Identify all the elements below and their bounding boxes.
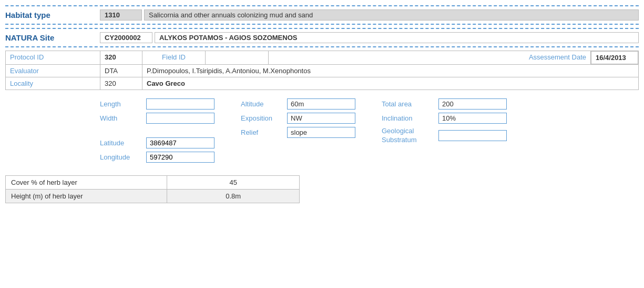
latitude-label: Latitude: [100, 139, 142, 147]
natura-name: ALYKOS POTAMOS - AGIOS SOZOMENOS: [155, 32, 639, 43]
meas-group-left: Length Width Latitude Longitude: [100, 98, 214, 163]
geological-label: GeologicalSubstratum: [382, 127, 434, 145]
evaluator-names: P.Dimopoulos, I.Tsiripidis, A.Antoniou, …: [142, 65, 638, 77]
relief-value: slope: [287, 127, 355, 138]
exposition-label: Exposition: [241, 114, 283, 122]
protocol-label: Protocol ID: [6, 51, 100, 64]
herb-layer-value: 45: [167, 176, 300, 190]
herb-layer-value: 0.8m: [167, 190, 300, 203]
latitude-row: Latitude: [100, 137, 214, 148]
locality-name: Cavo Greco: [142, 77, 638, 90]
table-row: Cover % of herb layer45: [6, 176, 300, 190]
meas-group-middle: Altitude 60m Exposition NW Relief slope: [241, 98, 355, 163]
inclination-value: 10%: [438, 113, 507, 124]
width-row: Width: [100, 113, 214, 124]
field-id-label: Field ID: [142, 51, 206, 64]
locality-row: Locality 320 Cavo Greco: [5, 77, 639, 90]
longitude-row: Longitude: [100, 152, 214, 163]
locality-label: Locality: [6, 77, 100, 90]
length-input[interactable]: [146, 98, 214, 110]
width-input[interactable]: [146, 113, 214, 124]
assessment-date-label: Assessement Date: [269, 51, 591, 64]
meas-group-right: Total area 200 Inclination 10% Geologica…: [382, 98, 507, 163]
geological-row: GeologicalSubstratum: [382, 127, 507, 145]
habitat-type-row: Habitat type 1310 Salicornia and other a…: [5, 5, 639, 25]
relief-label: Relief: [241, 128, 283, 136]
measurements-section: Length Width Latitude Longitude Altitude…: [100, 98, 639, 163]
protocol-id-value: 320: [100, 51, 142, 64]
assessment-date-value: 16/4/2013: [591, 51, 638, 64]
evaluator-row: Evaluator DTA P.Dimopoulos, I.Tsiripidis…: [5, 64, 639, 77]
relief-row: Relief slope: [241, 127, 355, 138]
bottom-table: Cover % of herb layer45Height (m) of her…: [5, 175, 300, 203]
altitude-value: 60m: [287, 98, 355, 110]
info-section: Protocol ID 320 Field ID Assessement Dat…: [5, 51, 639, 90]
longitude-input[interactable]: [146, 152, 214, 163]
habitat-code: 1310: [100, 9, 142, 21]
length-row: Length: [100, 98, 214, 110]
total-area-label: Total area: [382, 100, 434, 108]
total-area-row: Total area 200: [382, 98, 507, 110]
habitat-description: Salicornia and other annuals colonizing …: [144, 9, 639, 21]
table-row: Height (m) of herb layer0.8m: [6, 190, 300, 203]
herb-layer-table: Cover % of herb layer45Height (m) of her…: [5, 175, 300, 203]
natura-code: CY2000002: [100, 32, 152, 43]
altitude-label: Altitude: [241, 100, 283, 108]
herb-layer-label: Cover % of herb layer: [6, 176, 167, 190]
inclination-label: Inclination: [382, 114, 434, 122]
habitat-type-label: Habitat type: [5, 11, 100, 19]
altitude-row: Altitude 60m: [241, 98, 355, 110]
exposition-value: NW: [287, 113, 355, 124]
geological-input[interactable]: [438, 130, 507, 141]
natura-site-row: NATURA Site CY2000002 ALYKOS POTAMOS - A…: [5, 28, 639, 47]
exposition-row: Exposition NW: [241, 113, 355, 124]
field-id-value: [206, 51, 269, 64]
width-label: Width: [100, 114, 142, 122]
length-label: Length: [100, 100, 142, 108]
total-area-value: 200: [438, 98, 507, 110]
evaluator-code: DTA: [100, 65, 142, 77]
evaluator-label: Evaluator: [6, 65, 100, 77]
latitude-input[interactable]: [146, 137, 214, 148]
natura-site-label: NATURA Site: [5, 33, 100, 42]
herb-layer-label: Height (m) of herb layer: [6, 190, 167, 203]
locality-code: 320: [100, 77, 142, 90]
protocol-row: Protocol ID 320 Field ID Assessement Dat…: [5, 51, 639, 64]
longitude-label: Longitude: [100, 153, 142, 161]
inclination-row: Inclination 10%: [382, 113, 507, 124]
